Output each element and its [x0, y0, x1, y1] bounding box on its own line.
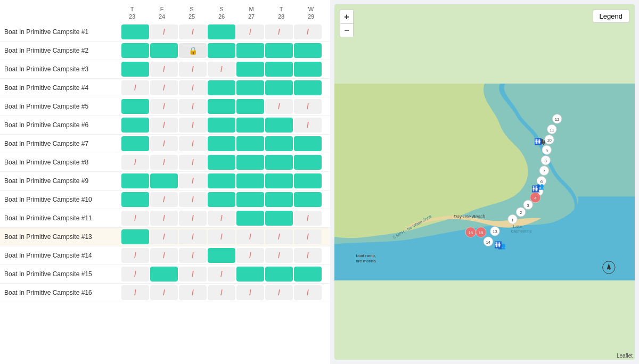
availability-cell-2: /	[150, 80, 178, 95]
day-header: T28	[266, 5, 296, 21]
availability-cell-3: /	[179, 118, 207, 133]
availability-cell-5[interactable]	[236, 136, 264, 151]
availability-cell-1[interactable]	[121, 43, 149, 58]
availability-cell-1[interactable]	[121, 24, 149, 39]
availability-cell-7[interactable]	[294, 192, 322, 207]
availability-cell-4[interactable]	[208, 80, 235, 95]
availability-cell-7[interactable]	[294, 62, 322, 77]
unavailable-icon: /	[192, 84, 194, 92]
availability-cell-5[interactable]	[236, 99, 264, 114]
availability-cell-5[interactable]	[236, 80, 264, 95]
availability-cell-6[interactable]	[265, 118, 293, 133]
availability-cell-5[interactable]	[236, 173, 264, 188]
availability-cell-4[interactable]	[208, 118, 235, 133]
campsite-row[interactable]: Boat In Primitive Campsite #16///////	[0, 284, 330, 302]
availability-cell-4: /	[208, 211, 235, 226]
availability-cell-3: /	[179, 136, 207, 151]
availability-cell-4[interactable]	[208, 24, 235, 39]
availability-cell-4[interactable]	[208, 173, 235, 188]
availability-cell-1[interactable]	[121, 229, 149, 244]
availability-cell-6[interactable]	[265, 155, 293, 170]
availability-cell-6[interactable]	[265, 80, 293, 95]
availability-cell-7[interactable]	[294, 155, 322, 170]
zoom-in-button[interactable]: +	[340, 10, 354, 23]
campsite-row[interactable]: Boat In Primitive Campsite #11/////	[0, 209, 330, 228]
availability-cell-5: /	[236, 248, 264, 263]
availability-cell-7[interactable]	[294, 267, 322, 282]
availability-cell-2[interactable]	[150, 43, 178, 58]
availability-cell-5[interactable]	[236, 267, 264, 282]
availability-cell-7[interactable]	[294, 80, 322, 95]
availability-cell-6[interactable]	[265, 267, 293, 282]
campsite-row[interactable]: Boat In Primitive Campsite #15///	[0, 265, 330, 284]
svg-text:N: N	[608, 267, 610, 270]
availability-cell-6[interactable]	[265, 136, 293, 151]
availability-cell-7[interactable]	[294, 43, 322, 58]
svg-text:fire marina: fire marina	[356, 259, 376, 263]
availability-cell-7: /	[294, 285, 322, 300]
availability-cell-6[interactable]	[265, 192, 293, 207]
availability-cell-5[interactable]	[236, 62, 264, 77]
campsite-schedule-panel: T23F24S25S26M27T28W29 Boat In Primitive …	[0, 0, 330, 364]
availability-cell-5[interactable]	[236, 118, 264, 133]
campsite-name: Boat In Primitive Campsite #8	[4, 159, 121, 166]
campsite-row[interactable]: Boat In Primitive Campsite #7//	[0, 135, 330, 153]
availability-cell-6[interactable]	[265, 173, 293, 188]
availability-cell-1: /	[121, 248, 149, 263]
unavailable-icon: /	[278, 28, 280, 36]
campsite-row[interactable]: Boat In Primitive Campsite #6///	[0, 116, 330, 135]
availability-cell-7[interactable]	[294, 136, 322, 151]
campsite-row[interactable]: Boat In Primitive Campsite #2🔒	[0, 42, 330, 60]
availability-cell-1[interactable]	[121, 136, 149, 151]
unavailable-icon: /	[220, 288, 223, 297]
availability-cells: /////	[121, 24, 322, 39]
zoom-out-button[interactable]: −	[340, 23, 354, 37]
svg-text:Lake: Lake	[513, 224, 522, 229]
availability-cells: ///////	[121, 285, 322, 300]
availability-cell-1[interactable]	[121, 173, 149, 188]
availability-cell-6[interactable]	[265, 43, 293, 58]
campsite-row[interactable]: Boat In Primitive Campsite #3///	[0, 60, 330, 79]
availability-cell-4[interactable]	[208, 99, 235, 114]
day-header: S25	[177, 5, 207, 21]
availability-cell-2[interactable]	[150, 267, 178, 282]
campsite-name: Boat In Primitive Campsite #10	[4, 196, 121, 203]
campsite-row[interactable]: Boat In Primitive Campsite #14//////	[0, 246, 330, 265]
unavailable-icon: /	[192, 158, 194, 167]
availability-cell-5[interactable]	[236, 43, 264, 58]
availability-cell-1[interactable]	[121, 118, 149, 133]
unavailable-icon: /	[163, 158, 165, 167]
campsite-row[interactable]: Boat In Primitive Campsite #4///	[0, 79, 330, 97]
campsite-row[interactable]: Boat In Primitive Campsite #1/////	[0, 23, 330, 42]
availability-cell-1[interactable]	[121, 192, 149, 207]
availability-cell-6[interactable]	[265, 211, 293, 226]
campsite-row[interactable]: Boat In Primitive Campsite #13//////	[0, 228, 330, 246]
availability-cell-5[interactable]	[236, 192, 264, 207]
legend-button[interactable]: Legend	[593, 10, 629, 23]
availability-cell-1: /	[121, 155, 149, 170]
campsite-row[interactable]: Boat In Primitive Campsite #8///	[0, 153, 330, 172]
campsite-row[interactable]: Boat In Primitive Campsite #5////	[0, 97, 330, 116]
availability-cell-2[interactable]	[150, 173, 178, 188]
availability-cell-3: /	[179, 24, 207, 39]
availability-cell-4[interactable]	[208, 155, 235, 170]
availability-cell-5: /	[236, 24, 264, 39]
availability-cell-5[interactable]	[236, 211, 264, 226]
campsite-name: Boat In Primitive Campsite #7	[4, 140, 121, 147]
unavailable-icon: /	[192, 251, 194, 260]
availability-cell-2: /	[150, 155, 178, 170]
availability-cell-1[interactable]	[121, 99, 149, 114]
availability-cell-6[interactable]	[265, 62, 293, 77]
availability-cell-7: /	[294, 118, 322, 133]
availability-cell-4[interactable]	[208, 43, 235, 58]
availability-cell-4[interactable]	[208, 136, 235, 151]
availability-cells: ///	[121, 118, 322, 133]
availability-cell-4[interactable]	[208, 192, 235, 207]
campsite-row[interactable]: Boat In Primitive Campsite #9/	[0, 172, 330, 191]
unavailable-icon: /	[192, 177, 194, 185]
availability-cell-7[interactable]	[294, 173, 322, 188]
availability-cell-1[interactable]	[121, 62, 149, 77]
campsite-row[interactable]: Boat In Primitive Campsite #10//	[0, 191, 330, 209]
availability-cell-4[interactable]	[208, 248, 235, 263]
availability-cell-5[interactable]	[236, 155, 264, 170]
